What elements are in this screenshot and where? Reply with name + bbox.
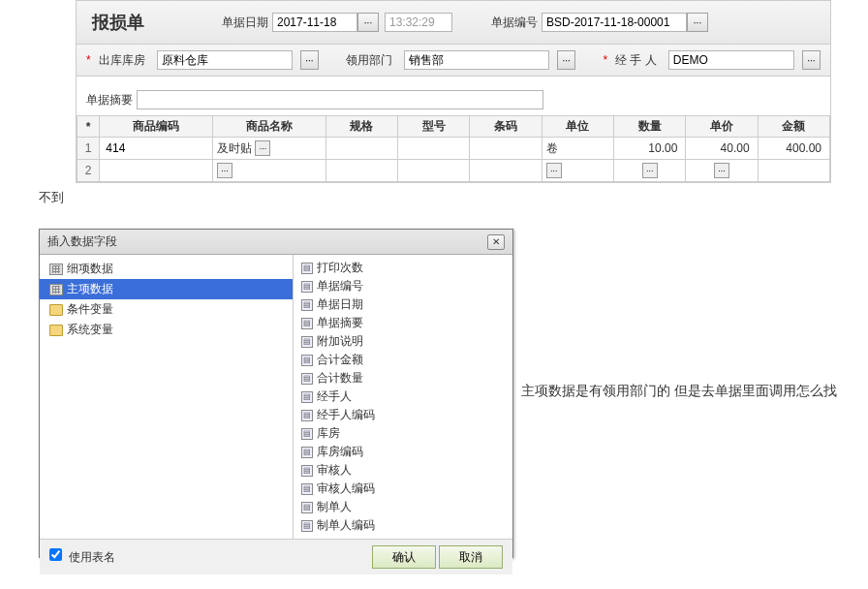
cell-spec[interactable] — [326, 160, 397, 182]
title-bar: 报损单 单据日期 ··· 单据编号 ··· — [77, 1, 830, 45]
cell-unit[interactable]: ··· — [542, 160, 613, 182]
number-label: 单据编号 — [491, 15, 538, 31]
cell-name[interactable]: ··· — [213, 160, 326, 182]
handler-label: 经 手 人 — [615, 52, 657, 69]
row-number: 2 — [78, 160, 100, 182]
cell-price[interactable]: ··· — [686, 160, 758, 182]
number-picker-button[interactable]: ··· — [687, 13, 708, 32]
col-spec: 规格 — [326, 116, 397, 138]
col-amount: 金额 — [758, 116, 829, 138]
cell-picker-button[interactable]: ··· — [217, 163, 232, 178]
date-picker-button[interactable]: ··· — [357, 13, 379, 32]
col-unit: 单位 — [542, 116, 613, 138]
cell-qty[interactable]: 10.00 — [614, 138, 686, 160]
cell-amount[interactable]: 400.00 — [758, 138, 829, 160]
cell-spec[interactable] — [326, 138, 397, 160]
warehouse-label: 出库库房 — [99, 52, 145, 69]
cell-picker-button[interactable]: ··· — [546, 163, 562, 178]
row-number: 1 — [78, 138, 100, 160]
cell-code[interactable] — [100, 160, 213, 182]
col-price: 单价 — [686, 116, 758, 138]
below-text: 不到 — [39, 189, 868, 206]
summary-input[interactable] — [137, 90, 543, 109]
col-model: 型号 — [398, 116, 470, 138]
col-barcode: 条码 — [470, 116, 542, 138]
summary-label: 单据摘要 — [86, 92, 133, 108]
cell-model[interactable] — [398, 138, 470, 160]
warehouse-picker-button[interactable]: ··· — [300, 50, 319, 70]
cell-qty[interactable]: ··· — [614, 160, 686, 182]
cell-unit[interactable]: 卷 — [542, 138, 613, 160]
cell-model[interactable] — [398, 160, 470, 182]
items-table: * 商品编码 商品名称 规格 型号 条码 单位 数量 单价 金额 1及时贴 ··… — [77, 115, 830, 182]
dept-input[interactable] — [404, 50, 549, 70]
warehouse-input[interactable] — [157, 50, 293, 70]
page-title: 报损单 — [92, 11, 144, 34]
dept-picker-button[interactable]: ··· — [557, 50, 575, 70]
date-input[interactable] — [272, 13, 357, 32]
required-marker-2: * — [603, 53, 607, 67]
cell-code[interactable] — [100, 138, 213, 160]
col-code: 商品编码 — [100, 116, 213, 138]
cell-amount[interactable] — [758, 160, 829, 182]
handler-input[interactable] — [668, 50, 794, 70]
date-label: 单据日期 — [222, 15, 268, 31]
col-name: 商品名称 — [213, 116, 326, 138]
table-row[interactable]: 2 ··· ········· — [78, 160, 830, 182]
table-header-row: * 商品编码 商品名称 规格 型号 条码 单位 数量 单价 金额 — [78, 116, 830, 138]
time-input[interactable] — [385, 13, 452, 32]
table-row[interactable]: 1及时贴 ···卷 10.0040.00400.00 — [78, 138, 830, 160]
col-qty: 数量 — [614, 116, 686, 138]
cell-barcode[interactable] — [470, 138, 542, 160]
cell-barcode[interactable] — [470, 160, 542, 182]
handler-picker-button[interactable]: ··· — [802, 50, 821, 70]
cell-picker-button[interactable]: ··· — [642, 163, 658, 178]
required-marker: * — [86, 53, 91, 67]
number-input[interactable] — [542, 13, 687, 32]
summary-row: 单据摘要 — [77, 77, 830, 115]
dept-label: 领用部门 — [346, 52, 392, 69]
cell-price[interactable]: 40.00 — [686, 138, 758, 160]
cell-picker-button[interactable]: ··· — [714, 163, 729, 178]
fields-row: * 出库库房 ··· 领用部门 ··· * 经 手 人 ··· — [77, 45, 830, 77]
col-star: * — [78, 116, 100, 138]
cell-picker-button[interactable]: ··· — [255, 140, 270, 156]
cell-name[interactable]: 及时贴 ··· — [213, 138, 326, 160]
loss-form: 报损单 单据日期 ··· 单据编号 ··· * 出库库房 ··· 领用部门 ··… — [76, 0, 831, 183]
